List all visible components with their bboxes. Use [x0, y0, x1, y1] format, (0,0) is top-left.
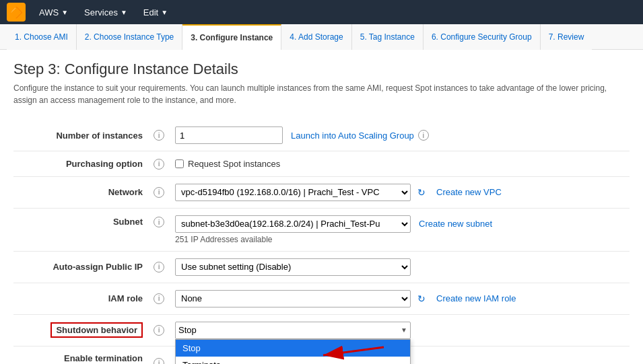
iam-role-select[interactable]: None: [175, 290, 411, 307]
purchasing-option-info-icon[interactable]: i: [154, 159, 164, 170]
steps-bar: 1. Choose AMI 2. Choose Instance Type 3.…: [0, 24, 643, 50]
network-info-icon[interactable]: i: [154, 187, 164, 198]
shutdown-behavior-trigger[interactable]: Stop ▼: [175, 322, 411, 339]
auto-assign-ip-info-icon[interactable]: i: [154, 262, 164, 272]
number-of-instances-input[interactable]: [175, 126, 283, 144]
iam-role-label: IAM role: [13, 283, 148, 314]
number-of-instances-label: Number of instances: [13, 120, 148, 151]
create-iam-role-link[interactable]: Create new IAM role: [436, 293, 516, 303]
top-navigation: 🔶 AWS ▼ Services ▼ Edit ▼: [0, 0, 643, 24]
ip-available-text: 251 IP Addresses available: [175, 235, 624, 244]
auto-assign-ip-label: Auto-assign Public IP: [13, 251, 148, 283]
network-refresh-icon[interactable]: ↻: [415, 186, 428, 199]
launch-auto-scaling-link[interactable]: Launch into Auto Scaling Group: [291, 131, 414, 141]
iam-role-refresh-icon[interactable]: ↻: [415, 292, 428, 305]
purchasing-option-label: Purchasing option: [13, 151, 148, 177]
edit-menu-button[interactable]: Edit ▼: [137, 5, 174, 20]
step-configure-security-group[interactable]: 6. Configure Security Group: [424, 24, 541, 50]
network-label: Network: [13, 176, 148, 208]
shutdown-option-terminate[interactable]: Terminate: [176, 357, 410, 365]
create-vpc-link[interactable]: Create new VPC: [436, 187, 502, 197]
configure-instance-form: Number of instances i Launch into Auto S…: [13, 120, 630, 364]
step-tag-instance[interactable]: 5. Tag Instance: [352, 24, 424, 50]
shutdown-behavior-dropdown-wrapper: Stop ▼ Stop Terminate: [175, 322, 411, 339]
step-add-storage[interactable]: 4. Add Storage: [281, 24, 351, 50]
page-description: Configure the instance to suit your requ…: [13, 82, 619, 106]
step-review[interactable]: 7. Review: [541, 24, 593, 50]
number-of-instances-row: Number of instances i Launch into Auto S…: [13, 120, 630, 151]
request-spot-instances-checkbox[interactable]: [175, 159, 184, 168]
aws-logo: 🔶: [7, 3, 26, 22]
number-of-instances-info-icon[interactable]: i: [154, 130, 164, 141]
subnet-row: Subnet i subnet-b3e3d0ea(192.168.2.0/24)…: [13, 208, 630, 251]
step-configure-instance[interactable]: 3. Configure Instance: [182, 24, 281, 50]
shutdown-option-stop[interactable]: Stop: [176, 340, 410, 357]
iam-role-row: IAM role i None ↻ Create new IAM role: [13, 283, 630, 314]
step-choose-ami[interactable]: 1. Choose AMI: [7, 24, 77, 50]
subnet-label: Subnet: [13, 208, 148, 251]
services-caret-icon: ▼: [121, 9, 127, 16]
aws-caret-icon: ▼: [61, 9, 68, 16]
iam-role-info-icon[interactable]: i: [154, 293, 164, 304]
shutdown-behavior-dropdown-list: Stop Terminate: [175, 339, 411, 365]
create-subnet-link[interactable]: Create new subnet: [419, 219, 492, 229]
edit-caret-icon: ▼: [161, 9, 168, 16]
subnet-info-icon[interactable]: i: [154, 217, 164, 227]
main-content: Step 3: Configure Instance Details Confi…: [0, 50, 643, 364]
enable-termination-label: Enable termination protection: [13, 346, 148, 364]
termination-info-icon[interactable]: i: [154, 358, 164, 364]
step-choose-instance-type[interactable]: 2. Choose Instance Type: [77, 24, 183, 50]
subnet-select[interactable]: subnet-b3e3d0ea(192.168.2.0/24) | Prachi…: [175, 215, 411, 233]
request-spot-instances-label[interactable]: Request Spot instances: [175, 159, 624, 169]
services-menu-button[interactable]: Services ▼: [77, 5, 134, 20]
page-title: Step 3: Configure Instance Details: [13, 61, 630, 78]
purchasing-option-row: Purchasing option i Request Spot instanc…: [13, 151, 630, 177]
network-row: Network i vpc-d5194fb0 (192.168.0.0/16) …: [13, 176, 630, 208]
aws-menu-button[interactable]: AWS ▼: [32, 5, 75, 20]
auto-assign-ip-select[interactable]: Use subnet setting (Disable): [175, 258, 411, 276]
auto-assign-ip-row: Auto-assign Public IP i Use subnet setti…: [13, 251, 630, 283]
shutdown-behavior-info-icon[interactable]: i: [154, 325, 164, 336]
network-select[interactable]: vpc-d5194fb0 (192.168.0.0/16) | Prachi_T…: [175, 184, 411, 201]
shutdown-behavior-label: Shutdown behavior: [50, 322, 143, 338]
auto-scaling-info-icon[interactable]: i: [418, 130, 429, 141]
shutdown-behavior-row: Shutdown behavior i Stop ▼ Stop Terminat…: [13, 314, 630, 346]
shutdown-caret-icon: ▼: [401, 326, 407, 334]
